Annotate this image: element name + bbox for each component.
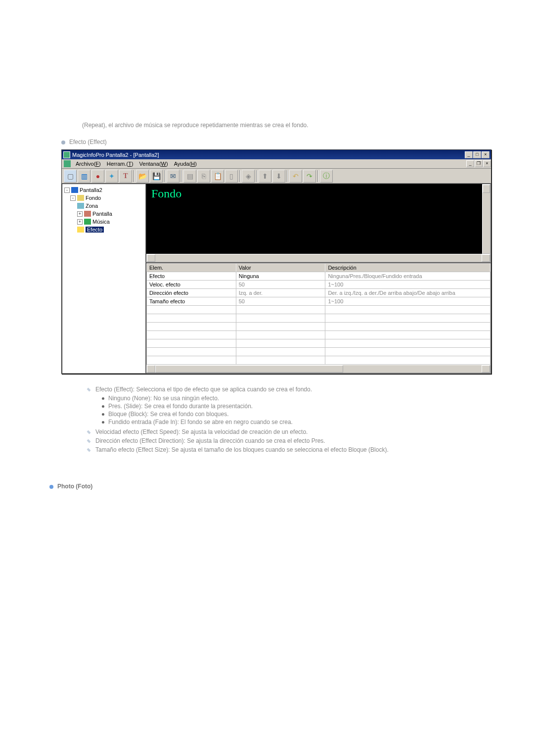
grid-row-efecto: EfectoNingunaNinguna/Pres./Bloque/Fundid… bbox=[147, 272, 490, 281]
tb-btn-front[interactable]: ⬆ bbox=[259, 170, 271, 183]
desc-effect: Efecto (Effect): Selecciona el tipo de e… bbox=[87, 386, 494, 393]
preview-pane: Fondo bbox=[146, 184, 491, 263]
grid-row-veloc: Veloc. efecto501~100 bbox=[147, 281, 490, 289]
child-restore-button[interactable]: ❐ bbox=[475, 160, 483, 167]
preview-vscroll[interactable] bbox=[482, 184, 490, 254]
desc-direction: Dirección efecto (Effect Direction): Se … bbox=[87, 437, 494, 444]
tb-btn-undo[interactable]: ↶ bbox=[289, 170, 302, 183]
intro-text: (Repeat), el archivo de música se reprod… bbox=[82, 122, 494, 129]
desc-size: Tamaño efecto (Effect Size): Se ajusta e… bbox=[87, 446, 494, 453]
tb-btn-1[interactable]: ▢ bbox=[64, 170, 77, 183]
tb-btn-send[interactable]: ✉ bbox=[167, 170, 179, 183]
preview-label: Fondo bbox=[151, 187, 181, 200]
tb-sep-1 bbox=[134, 170, 134, 182]
close-button[interactable]: × bbox=[482, 151, 490, 158]
desc-none: Ninguno (None): No se usa ningún efecto. bbox=[102, 395, 494, 402]
desc-speed: Velocidad efecto (Effect Speed): Se ajus… bbox=[87, 428, 494, 435]
property-grid: Elem. Valor Descripción EfectoNingunaNin… bbox=[146, 263, 491, 374]
menu-window[interactable]: Ventana(W) bbox=[136, 161, 171, 167]
child-minimize-button[interactable]: _ bbox=[466, 160, 474, 167]
child-close-button[interactable]: × bbox=[483, 160, 491, 167]
tb-sep-6 bbox=[287, 170, 288, 182]
section-photo-header: Photo (Foto) bbox=[49, 483, 494, 490]
menu-bar: Archivo(F) Herram.(T) Ventana(W) Ayuda(H… bbox=[62, 159, 491, 169]
menu-tools[interactable]: Herram.(T) bbox=[104, 161, 136, 167]
tb-btn-8[interactable]: ◈ bbox=[242, 170, 255, 183]
tree-zona[interactable]: Zona bbox=[77, 202, 143, 210]
col-valor[interactable]: Valor bbox=[236, 264, 325, 272]
grid-row-dir: Dirección efectoIzq. a der.Der. a izq./I… bbox=[147, 289, 490, 297]
toolbar: ▢ ▥ ● ✦ T 📂 💾 ✉ ▤ ⎘ 📋 ▯ ◈ ⬆ ⬇ bbox=[62, 169, 491, 184]
col-elem[interactable]: Elem. bbox=[147, 264, 236, 272]
tb-sep-5 bbox=[256, 170, 257, 182]
preview-hscroll[interactable] bbox=[146, 254, 490, 262]
tree-musica[interactable]: +Música bbox=[77, 218, 143, 226]
tree-fondo[interactable]: -Fondo bbox=[70, 194, 143, 202]
window-title: MagicInfoPro Pantalla2 - [Pantalla2] bbox=[72, 152, 464, 158]
tb-btn-open[interactable]: 📂 bbox=[136, 170, 149, 183]
grid-hscroll[interactable] bbox=[146, 365, 490, 373]
tb-sep-7 bbox=[317, 170, 318, 182]
tree-efecto[interactable]: Efecto bbox=[77, 226, 143, 234]
menu-file[interactable]: Archivo(F) bbox=[73, 161, 104, 167]
desc-fadein: Fundido entrada (Fade In): El fondo se a… bbox=[102, 419, 494, 425]
desc-block: Bloque (Block): Se crea el fondo con blo… bbox=[102, 411, 494, 418]
tb-btn-3[interactable]: ● bbox=[91, 170, 104, 183]
tb-btn-text[interactable]: T bbox=[119, 170, 132, 183]
tb-btn-2[interactable]: ▥ bbox=[78, 170, 90, 183]
maximize-button[interactable]: □ bbox=[473, 151, 481, 158]
tb-btn-save[interactable]: 💾 bbox=[150, 170, 163, 183]
doc-icon bbox=[64, 160, 71, 167]
tb-sep-3 bbox=[181, 170, 182, 182]
desc-slide: Pres. (Slide): Se crea el fondo durante … bbox=[102, 403, 494, 410]
tree-root[interactable]: -Pantalla2 bbox=[64, 186, 143, 194]
grid-row-tam: Tamaño efecto501~100 bbox=[147, 297, 490, 306]
tb-btn-paste[interactable]: 📋 bbox=[211, 170, 224, 183]
app-icon bbox=[63, 151, 70, 158]
tb-btn-back[interactable]: ⬇ bbox=[272, 170, 285, 183]
col-desc[interactable]: Descripción bbox=[325, 264, 490, 272]
tb-btn-7[interactable]: ▯ bbox=[225, 170, 238, 183]
minimize-button[interactable]: _ bbox=[465, 151, 473, 158]
tree-panel: -Pantalla2 -Fondo Zona +Pantalla +Música… bbox=[62, 184, 146, 374]
tb-btn-6[interactable]: ▤ bbox=[183, 170, 196, 183]
tb-btn-info[interactable]: ⓘ bbox=[320, 170, 333, 183]
tree-pantalla[interactable]: +Pantalla bbox=[77, 210, 143, 218]
tb-sep-2 bbox=[164, 170, 165, 182]
tb-btn-4[interactable]: ✦ bbox=[105, 170, 118, 183]
menu-help[interactable]: Ayuda(H) bbox=[171, 161, 200, 167]
title-bar[interactable]: MagicInfoPro Pantalla2 - [Pantalla2] _ □… bbox=[62, 150, 491, 159]
tb-sep-4 bbox=[239, 170, 240, 182]
section-effect-header: Efecto (Effect) bbox=[61, 139, 494, 145]
tb-btn-copy[interactable]: ⎘ bbox=[197, 170, 210, 183]
app-window: MagicInfoPro Pantalla2 - [Pantalla2] _ □… bbox=[61, 149, 491, 374]
tb-btn-redo[interactable]: ↷ bbox=[303, 170, 316, 183]
